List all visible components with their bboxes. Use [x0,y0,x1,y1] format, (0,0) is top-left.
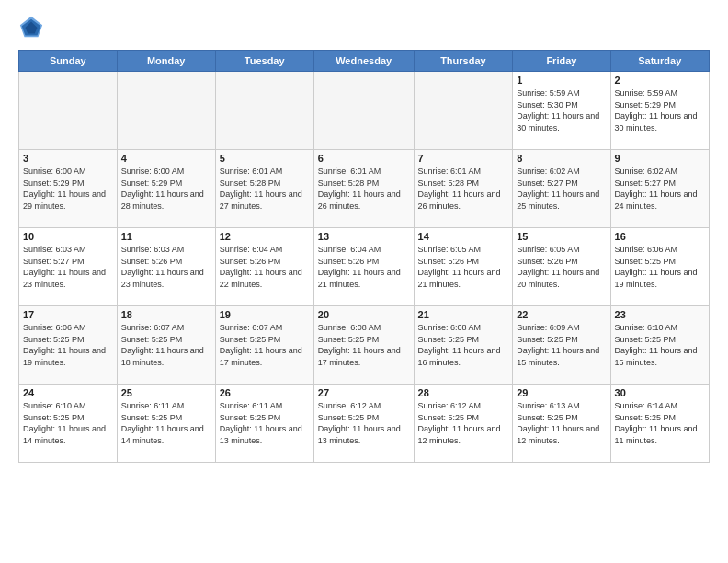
day-number: 27 [318,387,410,398]
day-info: Sunrise: 6:03 AMSunset: 5:27 PMDaylight:… [23,244,113,290]
empty-cell [215,72,313,150]
day-cell-10: 10Sunrise: 6:03 AMSunset: 5:27 PMDayligh… [19,228,118,306]
day-info: Sunrise: 6:06 AMSunset: 5:25 PMDaylight:… [615,244,705,290]
day-cell-15: 15Sunrise: 6:05 AMSunset: 5:26 PMDayligh… [513,228,610,306]
day-number: 2 [615,75,705,86]
day-number: 10 [23,231,113,242]
day-cell-25: 25Sunrise: 6:11 AMSunset: 5:25 PMDayligh… [117,385,215,463]
empty-cell [313,72,414,150]
day-cell-27: 27Sunrise: 6:12 AMSunset: 5:25 PMDayligh… [313,385,414,463]
day-number: 21 [418,309,509,320]
logo [18,15,48,40]
day-number: 16 [615,231,705,242]
empty-cell [117,72,215,150]
day-cell-14: 14Sunrise: 6:05 AMSunset: 5:26 PMDayligh… [414,228,513,306]
day-info: Sunrise: 6:05 AMSunset: 5:26 PMDaylight:… [418,244,509,290]
day-info: Sunrise: 6:09 AMSunset: 5:25 PMDaylight:… [517,322,606,368]
day-number: 18 [121,309,211,320]
day-number: 13 [318,231,410,242]
day-number: 12 [220,231,310,242]
day-info: Sunrise: 6:11 AMSunset: 5:25 PMDaylight:… [121,400,211,446]
day-cell-17: 17Sunrise: 6:06 AMSunset: 5:25 PMDayligh… [19,306,118,385]
day-info: Sunrise: 6:01 AMSunset: 5:28 PMDaylight:… [318,166,410,212]
day-info: Sunrise: 6:08 AMSunset: 5:25 PMDaylight:… [318,322,410,368]
day-cell-9: 9Sunrise: 6:02 AMSunset: 5:27 PMDaylight… [610,150,709,228]
day-info: Sunrise: 6:03 AMSunset: 5:26 PMDaylight:… [121,244,211,290]
day-cell-4: 4Sunrise: 6:00 AMSunset: 5:29 PMDaylight… [117,150,215,228]
week-row-2: 10Sunrise: 6:03 AMSunset: 5:27 PMDayligh… [19,228,710,306]
day-cell-12: 12Sunrise: 6:04 AMSunset: 5:26 PMDayligh… [215,228,313,306]
day-number: 1 [517,75,606,86]
day-info: Sunrise: 6:01 AMSunset: 5:28 PMDaylight:… [418,166,509,212]
day-info: Sunrise: 6:04 AMSunset: 5:26 PMDaylight:… [220,244,310,290]
day-cell-30: 30Sunrise: 6:14 AMSunset: 5:25 PMDayligh… [610,385,709,463]
day-cell-26: 26Sunrise: 6:11 AMSunset: 5:25 PMDayligh… [215,385,313,463]
col-header-tuesday: Tuesday [215,51,313,72]
day-cell-5: 5Sunrise: 6:01 AMSunset: 5:28 PMDaylight… [215,150,313,228]
day-number: 29 [517,387,606,398]
day-cell-13: 13Sunrise: 6:04 AMSunset: 5:26 PMDayligh… [313,228,414,306]
day-info: Sunrise: 6:02 AMSunset: 5:27 PMDaylight:… [615,166,705,212]
day-info: Sunrise: 6:08 AMSunset: 5:25 PMDaylight:… [418,322,509,368]
day-info: Sunrise: 5:59 AMSunset: 5:29 PMDaylight:… [615,87,705,133]
day-cell-23: 23Sunrise: 6:10 AMSunset: 5:25 PMDayligh… [610,306,709,385]
day-number: 14 [418,231,509,242]
day-info: Sunrise: 6:04 AMSunset: 5:26 PMDaylight:… [318,244,410,290]
day-info: Sunrise: 6:11 AMSunset: 5:25 PMDaylight:… [220,400,310,446]
day-number: 24 [23,387,113,398]
day-number: 22 [517,309,606,320]
day-number: 23 [615,309,705,320]
day-number: 11 [121,231,211,242]
day-info: Sunrise: 6:00 AMSunset: 5:29 PMDaylight:… [121,166,211,212]
day-info: Sunrise: 6:12 AMSunset: 5:25 PMDaylight:… [418,400,509,446]
day-number: 7 [418,153,509,164]
day-number: 3 [23,153,113,164]
day-cell-6: 6Sunrise: 6:01 AMSunset: 5:28 PMDaylight… [313,150,414,228]
page: SundayMondayTuesdayWednesdayThursdayFrid… [0,0,728,472]
week-row-0: 1Sunrise: 5:59 AMSunset: 5:30 PMDaylight… [19,72,710,150]
day-info: Sunrise: 6:12 AMSunset: 5:25 PMDaylight:… [318,400,410,446]
day-number: 28 [418,387,509,398]
col-header-friday: Friday [513,51,610,72]
logo-icon [18,15,44,40]
day-info: Sunrise: 6:13 AMSunset: 5:25 PMDaylight:… [517,400,606,446]
day-cell-28: 28Sunrise: 6:12 AMSunset: 5:25 PMDayligh… [414,385,513,463]
col-header-saturday: Saturday [610,51,709,72]
week-row-1: 3Sunrise: 6:00 AMSunset: 5:29 PMDaylight… [19,150,710,228]
col-header-thursday: Thursday [414,51,513,72]
day-number: 26 [220,387,310,398]
day-number: 25 [121,387,211,398]
day-cell-8: 8Sunrise: 6:02 AMSunset: 5:27 PMDaylight… [513,150,610,228]
day-number: 15 [517,231,606,242]
day-info: Sunrise: 6:05 AMSunset: 5:26 PMDaylight:… [517,244,606,290]
day-cell-2: 2Sunrise: 5:59 AMSunset: 5:29 PMDaylight… [610,72,709,150]
day-number: 30 [615,387,705,398]
calendar-table: SundayMondayTuesdayWednesdayThursdayFrid… [18,50,710,463]
day-number: 17 [23,309,113,320]
day-info: Sunrise: 6:07 AMSunset: 5:25 PMDaylight:… [121,322,211,368]
day-info: Sunrise: 6:07 AMSunset: 5:25 PMDaylight:… [220,322,310,368]
day-number: 5 [220,153,310,164]
header [18,15,710,40]
day-info: Sunrise: 6:06 AMSunset: 5:25 PMDaylight:… [23,322,113,368]
day-cell-16: 16Sunrise: 6:06 AMSunset: 5:25 PMDayligh… [610,228,709,306]
day-cell-19: 19Sunrise: 6:07 AMSunset: 5:25 PMDayligh… [215,306,313,385]
day-cell-1: 1Sunrise: 5:59 AMSunset: 5:30 PMDaylight… [513,72,610,150]
day-cell-18: 18Sunrise: 6:07 AMSunset: 5:25 PMDayligh… [117,306,215,385]
col-header-monday: Monday [117,51,215,72]
day-info: Sunrise: 6:14 AMSunset: 5:25 PMDaylight:… [615,400,705,446]
day-info: Sunrise: 6:10 AMSunset: 5:25 PMDaylight:… [615,322,705,368]
week-row-4: 24Sunrise: 6:10 AMSunset: 5:25 PMDayligh… [19,385,710,463]
day-cell-20: 20Sunrise: 6:08 AMSunset: 5:25 PMDayligh… [313,306,414,385]
day-cell-7: 7Sunrise: 6:01 AMSunset: 5:28 PMDaylight… [414,150,513,228]
empty-cell [414,72,513,150]
col-header-wednesday: Wednesday [313,51,414,72]
day-cell-11: 11Sunrise: 6:03 AMSunset: 5:26 PMDayligh… [117,228,215,306]
day-number: 19 [220,309,310,320]
day-cell-3: 3Sunrise: 6:00 AMSunset: 5:29 PMDaylight… [19,150,118,228]
day-cell-24: 24Sunrise: 6:10 AMSunset: 5:25 PMDayligh… [19,385,118,463]
day-cell-29: 29Sunrise: 6:13 AMSunset: 5:25 PMDayligh… [513,385,610,463]
day-info: Sunrise: 5:59 AMSunset: 5:30 PMDaylight:… [517,87,606,133]
day-number: 9 [615,153,705,164]
col-header-sunday: Sunday [19,51,118,72]
